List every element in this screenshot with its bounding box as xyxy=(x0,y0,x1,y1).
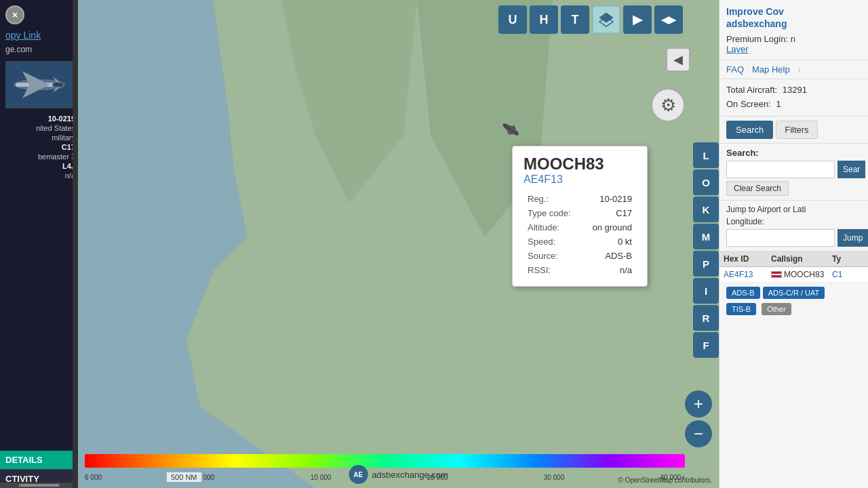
source-label: Source: xyxy=(525,249,581,262)
registration-value: 10-0219 xyxy=(0,114,78,123)
premium-text: Premium Login: n xyxy=(726,34,795,44)
operator-code-value: L4J xyxy=(0,161,78,171)
search-filter-buttons: Search Filters xyxy=(719,117,868,144)
close-button[interactable]: × xyxy=(5,5,24,24)
aircraft-image xyxy=(5,61,73,108)
search-input[interactable] xyxy=(726,161,835,178)
letter-i-button[interactable]: I xyxy=(693,278,719,304)
map-area[interactable]: U H T ▶ ◀▶ ◀ ⚙ MOOCH83 AE4F1 xyxy=(78,0,719,488)
tis-b-badge: TIS-B xyxy=(726,303,756,315)
letter-o-button[interactable]: O xyxy=(693,169,719,195)
scrollbar[interactable] xyxy=(73,0,78,488)
speed-value: 0 kt xyxy=(583,235,635,248)
layer-link[interactable]: Layer xyxy=(726,44,749,54)
svg-marker-11 xyxy=(599,13,613,22)
source-value: ADS-B xyxy=(583,249,635,262)
popup-details-table: Reg.: 10-0219 Type code: C17 Altitude: o… xyxy=(524,191,636,278)
callsign-text: MOOCH83 xyxy=(784,270,824,279)
search-submit-button[interactable]: Sear xyxy=(837,161,865,178)
search-section: Search: Sear Clear Search xyxy=(719,144,868,201)
clear-search-button[interactable]: Clear Search xyxy=(726,181,789,196)
type-label: Type code: xyxy=(525,207,581,220)
rssi-value: n/a xyxy=(583,264,635,277)
letter-f-button[interactable]: F xyxy=(693,332,719,358)
search-tab-button[interactable]: Search xyxy=(726,121,773,139)
h-button[interactable]: H xyxy=(530,5,558,34)
collapse-button[interactable]: ◀▶ xyxy=(654,5,683,34)
category-value: military xyxy=(0,133,78,142)
t-button[interactable]: T xyxy=(561,5,589,34)
jump-label: Jump to Airport or Lati xyxy=(726,205,861,214)
type-value: C17 xyxy=(583,207,635,220)
table-row[interactable]: AE4F13 MOOCH83 C1 xyxy=(719,267,868,283)
details-button[interactable]: DETAILS xyxy=(0,451,78,469)
adsbexchange-text: adsbexchang xyxy=(726,18,787,29)
alt-label-5: 30 000 xyxy=(544,474,565,481)
speed-label: Speed: xyxy=(525,235,581,248)
reg-value: 10-0219 xyxy=(583,192,635,205)
letter-k-button[interactable]: K xyxy=(693,197,719,222)
u-button[interactable]: U xyxy=(498,5,527,34)
rssi-label: RSSI: xyxy=(525,264,581,277)
right-header: Improve Cov adsbexchang Premium Login: n… xyxy=(719,0,868,60)
other-badge: Other xyxy=(762,303,791,315)
faq-link[interactable]: FAQ xyxy=(726,64,744,75)
type-code-value: C17 xyxy=(0,142,78,152)
layers-button[interactable] xyxy=(592,5,620,34)
zoom-out-button[interactable]: − xyxy=(685,420,712,447)
map-attribution: AE adsbexchange.com xyxy=(349,465,448,484)
on-screen-label: On Screen: xyxy=(726,99,771,109)
attribution-text: adsbexchange.com xyxy=(372,470,448,480)
flag-icon xyxy=(771,271,782,278)
alt-label-1: 6 000 xyxy=(85,474,102,481)
total-aircraft-value: 13291 xyxy=(783,85,807,95)
improve-text: Improve Cov xyxy=(726,6,784,17)
jump-section: Jump to Airport or Lati Longitude: Jump xyxy=(719,201,868,251)
aircraft-name-value: bemaster 3 xyxy=(0,152,78,161)
popup-callsign: MOOCH83 xyxy=(524,155,636,174)
altitude-label: Altitude: xyxy=(525,221,581,234)
zoom-in-button[interactable]: + xyxy=(685,390,712,418)
right-nav: FAQ Map Help › xyxy=(719,60,868,79)
callsign-cell: MOOCH83 xyxy=(771,270,832,279)
reg-label: Reg.: xyxy=(525,192,581,205)
filters-tab-button[interactable]: Filters xyxy=(776,121,817,139)
svg-point-6 xyxy=(52,83,63,87)
letter-r-button[interactable]: R xyxy=(693,305,719,331)
settings-button[interactable]: ⚙ xyxy=(651,88,685,122)
stats-section: Total Aircraft: 13291 On Screen: 1 xyxy=(719,79,868,117)
altitude-value: on ground xyxy=(583,221,635,234)
aircraft-popup: MOOCH83 AE4F13 Reg.: 10-0219 Type code: … xyxy=(512,146,648,287)
left-sidebar: × opy Link ge.com 10-0219 nited States m… xyxy=(0,0,78,488)
jump-button[interactable]: Jump xyxy=(837,229,868,247)
side-letters: L O K M P I R F xyxy=(693,142,719,358)
popup-hex: AE4F13 xyxy=(524,174,636,186)
back-button[interactable]: ◀ xyxy=(666,47,690,72)
letter-m-button[interactable]: M xyxy=(693,224,719,249)
jump-input[interactable] xyxy=(726,229,835,247)
copy-link-button[interactable]: opy Link xyxy=(0,27,78,43)
source-badges: ADS-B ADS-C/R / UAT xyxy=(719,283,868,303)
search-label: Search: xyxy=(726,148,861,158)
results-table-header: Hex ID Callsign Ty xyxy=(719,251,868,267)
country-value: nited States xyxy=(0,123,78,133)
hex-id-cell[interactable]: AE4F13 xyxy=(724,270,771,279)
callsign-column-header: Callsign xyxy=(771,254,832,264)
next-button[interactable]: ▶ xyxy=(623,5,652,34)
map-help-link[interactable]: Map Help xyxy=(752,64,790,75)
close-icon: × xyxy=(12,9,18,20)
letter-l-button[interactable]: L xyxy=(693,142,719,168)
adsb-badge: ADS-B xyxy=(726,287,760,299)
type-column-header: Ty xyxy=(832,254,866,264)
svg-point-13 xyxy=(501,122,520,138)
letter-p-button[interactable]: P xyxy=(693,251,719,277)
improve-coverage-link[interactable]: Improve Cov adsbexchang xyxy=(726,5,861,30)
map-toolbar: U H T ▶ ◀▶ xyxy=(498,5,683,34)
type-cell[interactable]: C1 xyxy=(832,270,866,279)
premium-login-text: Premium Login: n Layer xyxy=(726,34,861,54)
zoom-controls: + − xyxy=(685,390,712,447)
adsc-badge: ADS-C/R / UAT xyxy=(763,287,825,299)
website-text: ge.com xyxy=(0,43,78,56)
osm-attribution: © OpenStreetMap contributors. xyxy=(618,476,712,484)
alt-label-3: 10 000 xyxy=(311,474,332,481)
